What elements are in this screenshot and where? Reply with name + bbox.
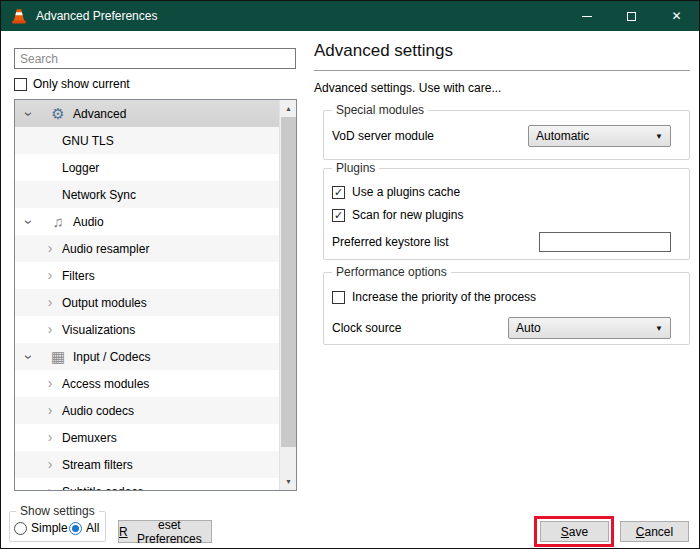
minimize-icon [582,16,592,17]
clock-source-value: Auto [516,321,541,335]
preferred-keystore-label: Preferred keystore list [332,235,449,249]
tree-item-label: Demuxers [62,431,117,445]
tree-item-subtitle-codecs[interactable]: ›Subtitle codecs [15,478,279,491]
minimize-button[interactable] [564,1,609,31]
tree-item-label: Filters [62,269,95,283]
title-bar: Advanced Preferences ✕ [1,1,699,31]
chevron-expanded-icon[interactable]: › [22,216,36,228]
tree-item-stream-filters[interactable]: ›Stream filters [15,451,279,478]
gear-icon: ⚙ [48,106,68,121]
tree-item-label: Stream filters [62,458,133,472]
tree-item-label: Audio resampler [62,242,149,256]
checkbox-icon: ✓ [332,209,345,222]
chevron-collapsed-icon[interactable]: › [44,241,56,255]
scroll-down-icon[interactable]: ▼ [280,473,297,490]
tree-item-label: Input / Codecs [73,350,150,364]
cancel-button[interactable]: Cancel [620,521,689,542]
use-plugins-cache-label: Use a plugins cache [352,185,460,199]
radio-all[interactable]: All [69,521,99,535]
page-subtitle: Advanced settings. Use with care... [314,81,501,95]
tree-item-label: Output modules [62,296,147,310]
increase-priority-label: Increase the priority of the process [352,290,536,304]
vlc-cone-icon [10,7,28,25]
tree-item-gnu-tls[interactable]: GNU TLS [15,127,279,154]
title-divider [314,70,690,71]
tree-item-input-codecs[interactable]: ›▦Input / Codecs [15,343,279,370]
chevron-collapsed-icon[interactable]: › [44,403,56,417]
performance-options-group: Performance options Increase the priorit… [323,272,690,345]
use-plugins-cache-checkbox[interactable]: ✓ Use a plugins cache [332,185,460,199]
page-title: Advanced settings [314,41,453,61]
codecs-icon: ▦ [48,349,68,364]
preferred-keystore-input[interactable] [539,232,671,252]
tree-item-label: Visualizations [62,323,135,337]
scan-new-plugins-checkbox[interactable]: ✓ Scan for new plugins [332,208,463,222]
tree-item-advanced[interactable]: ›⚙Advanced [15,100,279,127]
vod-server-module-dropdown[interactable]: Automatic ▼ [528,125,671,147]
checkbox-icon: ✓ [332,186,345,199]
checkbox-icon [332,291,345,304]
preferences-tree: ›⚙AdvancedGNU TLSLoggerNetwork Sync›♫Aud… [14,99,297,491]
tree-item-label: Audio [73,215,104,229]
radio-icon [14,522,27,535]
tree-item-label: Subtitle codecs [62,485,143,492]
window-title: Advanced Preferences [36,9,157,23]
chevron-collapsed-icon[interactable]: › [44,430,56,444]
chevron-collapsed-icon[interactable]: › [44,322,56,336]
tree-item-filters[interactable]: ›Filters [15,262,279,289]
chevron-expanded-icon[interactable]: › [22,351,36,363]
radio-all-label: All [86,521,99,535]
tree-item-audio-codecs[interactable]: ›Audio codecs [15,397,279,424]
reset-preferences-button[interactable]: Reset Preferences [118,520,212,543]
performance-options-legend: Performance options [332,265,451,279]
special-modules-legend: Special modules [332,103,428,117]
save-button[interactable]: Save [540,521,609,542]
close-icon: ✕ [671,10,681,22]
tree-scrollbar[interactable]: ▲ ▼ [279,100,296,490]
tree-item-label: Logger [62,161,99,175]
scrollbar-thumb[interactable] [281,117,296,447]
chevron-down-icon: ▼ [655,132,663,141]
close-button[interactable]: ✕ [654,1,699,31]
scroll-up-icon[interactable]: ▲ [280,100,297,117]
special-modules-group: Special modules VoD server module Automa… [323,110,690,160]
tree-item-visualizations[interactable]: ›Visualizations [15,316,279,343]
show-settings-legend: Show settings [16,504,99,518]
radio-simple[interactable]: Simple [14,521,68,535]
checkbox-icon [14,78,27,91]
clock-source-label: Clock source [332,321,401,335]
show-settings-group: Show settings Simple All [9,511,106,542]
tree-item-label: Advanced [73,107,126,121]
scan-new-plugins-label: Scan for new plugins [352,208,463,222]
vod-server-module-label: VoD server module [332,129,434,143]
maximize-button[interactable] [609,1,654,31]
only-show-current-checkbox[interactable]: Only show current [14,77,130,91]
tree-item-logger[interactable]: Logger [15,154,279,181]
tree-item-network-sync[interactable]: Network Sync [15,181,279,208]
chevron-collapsed-icon[interactable]: › [44,295,56,309]
tree-item-label: Access modules [62,377,149,391]
chevron-down-icon: ▼ [655,324,663,333]
tree-item-access-modules[interactable]: ›Access modules [15,370,279,397]
tree-item-label: Audio codecs [62,404,134,418]
tree-item-label: GNU TLS [62,134,114,148]
increase-priority-checkbox[interactable]: Increase the priority of the process [332,290,536,304]
advanced-preferences-window: Advanced Preferences ✕ Only show current… [0,0,700,549]
audio-icon: ♫ [48,214,68,229]
chevron-collapsed-icon[interactable]: › [44,268,56,282]
search-input[interactable] [14,48,296,69]
chevron-expanded-icon[interactable]: › [22,108,36,120]
clock-source-dropdown[interactable]: Auto ▼ [508,317,671,339]
plugins-group: Plugins ✓ Use a plugins cache ✓ Scan for… [323,168,690,260]
chevron-collapsed-icon[interactable]: › [44,457,56,471]
tree-item-audio-resampler[interactable]: ›Audio resampler [15,235,279,262]
chevron-collapsed-icon[interactable]: › [44,376,56,390]
only-show-current-label: Only show current [33,77,130,91]
tree-item-output-modules[interactable]: ›Output modules [15,289,279,316]
radio-icon [69,522,82,535]
tree-item-audio[interactable]: ›♫Audio [15,208,279,235]
tree-item-label: Network Sync [62,188,136,202]
chevron-collapsed-icon[interactable]: › [44,484,56,491]
radio-simple-label: Simple [31,521,68,535]
tree-item-demuxers[interactable]: ›Demuxers [15,424,279,451]
